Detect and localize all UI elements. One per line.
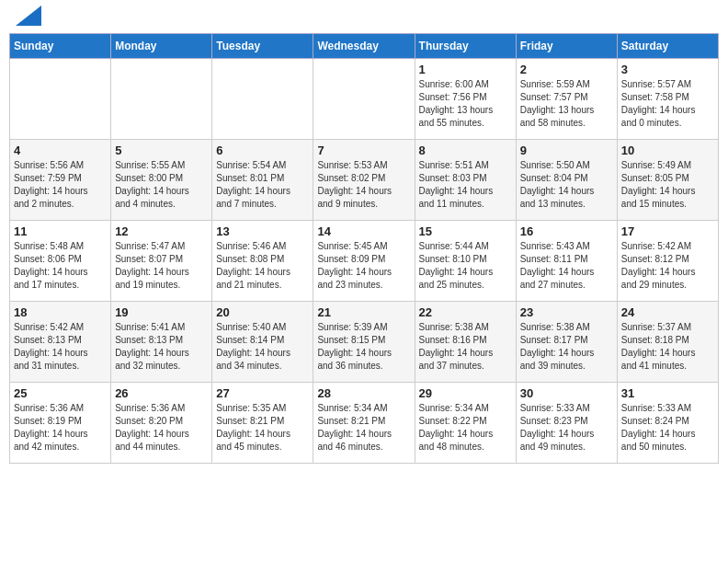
calendar-cell: 31Sunrise: 5:33 AM Sunset: 8:24 PM Dayli… — [617, 383, 718, 464]
calendar-cell — [212, 59, 313, 140]
calendar-cell: 12Sunrise: 5:47 AM Sunset: 8:07 PM Dayli… — [111, 221, 212, 302]
day-number: 16 — [520, 224, 613, 238]
day-info: Sunrise: 5:41 AM Sunset: 8:13 PM Dayligh… — [115, 321, 208, 373]
day-number: 20 — [216, 305, 309, 319]
calendar-cell: 9Sunrise: 5:50 AM Sunset: 8:04 PM Daylig… — [516, 140, 617, 221]
day-info: Sunrise: 5:53 AM Sunset: 8:02 PM Dayligh… — [317, 159, 410, 211]
day-info: Sunrise: 5:59 AM Sunset: 7:57 PM Dayligh… — [520, 78, 613, 130]
day-info: Sunrise: 5:55 AM Sunset: 8:00 PM Dayligh… — [115, 159, 208, 211]
day-info: Sunrise: 5:43 AM Sunset: 8:11 PM Dayligh… — [520, 240, 613, 292]
calendar-cell — [10, 59, 111, 140]
calendar-cell: 26Sunrise: 5:36 AM Sunset: 8:20 PM Dayli… — [111, 383, 212, 464]
calendar-cell: 17Sunrise: 5:42 AM Sunset: 8:12 PM Dayli… — [617, 221, 718, 302]
calendar-cell — [111, 59, 212, 140]
calendar-cell: 24Sunrise: 5:37 AM Sunset: 8:18 PM Dayli… — [617, 302, 718, 383]
day-info: Sunrise: 5:51 AM Sunset: 8:03 PM Dayligh… — [419, 159, 512, 211]
calendar-cell: 13Sunrise: 5:46 AM Sunset: 8:08 PM Dayli… — [212, 221, 313, 302]
day-number: 7 — [317, 144, 410, 157]
calendar-cell: 5Sunrise: 5:55 AM Sunset: 8:00 PM Daylig… — [111, 140, 212, 221]
calendar-cell: 3Sunrise: 5:57 AM Sunset: 7:58 PM Daylig… — [617, 59, 718, 140]
day-number: 11 — [14, 224, 107, 238]
svg-marker-0 — [16, 6, 41, 26]
calendar-cell: 30Sunrise: 5:33 AM Sunset: 8:23 PM Dayli… — [516, 383, 617, 464]
day-number: 4 — [14, 144, 107, 157]
day-number: 3 — [621, 63, 714, 76]
day-info: Sunrise: 5:46 AM Sunset: 8:08 PM Dayligh… — [216, 240, 309, 292]
page-header — [9, 9, 719, 26]
day-info: Sunrise: 5:56 AM Sunset: 7:59 PM Dayligh… — [14, 159, 107, 211]
day-number: 17 — [621, 224, 714, 238]
day-info: Sunrise: 5:34 AM Sunset: 8:22 PM Dayligh… — [419, 402, 512, 454]
day-number: 12 — [115, 224, 208, 238]
day-number: 23 — [520, 305, 613, 319]
weekday-header-row: SundayMondayTuesdayWednesdayThursdayFrid… — [10, 34, 719, 59]
day-number: 10 — [621, 144, 714, 157]
day-number: 28 — [317, 386, 410, 400]
weekday-header-saturday: Saturday — [617, 34, 718, 59]
calendar-cell — [313, 59, 415, 140]
day-info: Sunrise: 5:44 AM Sunset: 8:10 PM Dayligh… — [419, 240, 512, 292]
calendar-cell: 10Sunrise: 5:49 AM Sunset: 8:05 PM Dayli… — [617, 140, 718, 221]
day-number: 19 — [115, 305, 208, 319]
weekday-header-thursday: Thursday — [415, 34, 516, 59]
day-number: 14 — [317, 224, 410, 238]
day-info: Sunrise: 5:33 AM Sunset: 8:24 PM Dayligh… — [621, 402, 714, 454]
calendar-cell: 21Sunrise: 5:39 AM Sunset: 8:15 PM Dayli… — [313, 302, 415, 383]
day-number: 27 — [216, 386, 309, 400]
calendar-week-5: 25Sunrise: 5:36 AM Sunset: 8:19 PM Dayli… — [10, 383, 719, 464]
day-info: Sunrise: 5:47 AM Sunset: 8:07 PM Dayligh… — [115, 240, 208, 292]
day-number: 25 — [14, 386, 107, 400]
calendar-cell: 25Sunrise: 5:36 AM Sunset: 8:19 PM Dayli… — [10, 383, 111, 464]
day-info: Sunrise: 5:50 AM Sunset: 8:04 PM Dayligh… — [520, 159, 613, 211]
calendar-week-3: 11Sunrise: 5:48 AM Sunset: 8:06 PM Dayli… — [10, 221, 719, 302]
calendar-cell: 23Sunrise: 5:38 AM Sunset: 8:17 PM Dayli… — [516, 302, 617, 383]
logo-icon — [16, 6, 41, 26]
calendar-week-2: 4Sunrise: 5:56 AM Sunset: 7:59 PM Daylig… — [10, 140, 719, 221]
day-info: Sunrise: 5:54 AM Sunset: 8:01 PM Dayligh… — [216, 159, 309, 211]
calendar-cell: 18Sunrise: 5:42 AM Sunset: 8:13 PM Dayli… — [10, 302, 111, 383]
calendar-cell: 6Sunrise: 5:54 AM Sunset: 8:01 PM Daylig… — [212, 140, 313, 221]
day-number: 15 — [419, 224, 512, 238]
day-number: 1 — [419, 63, 512, 76]
day-number: 6 — [216, 144, 309, 157]
day-number: 31 — [621, 386, 714, 400]
weekday-header-wednesday: Wednesday — [313, 34, 415, 59]
day-info: Sunrise: 5:45 AM Sunset: 8:09 PM Dayligh… — [317, 240, 410, 292]
calendar-week-1: 1Sunrise: 6:00 AM Sunset: 7:56 PM Daylig… — [10, 59, 719, 140]
calendar-cell: 19Sunrise: 5:41 AM Sunset: 8:13 PM Dayli… — [111, 302, 212, 383]
day-info: Sunrise: 5:49 AM Sunset: 8:05 PM Dayligh… — [621, 159, 714, 211]
day-number: 18 — [14, 305, 107, 319]
day-number: 26 — [115, 386, 208, 400]
day-info: Sunrise: 5:40 AM Sunset: 8:14 PM Dayligh… — [216, 321, 309, 373]
day-number: 29 — [419, 386, 512, 400]
day-info: Sunrise: 5:42 AM Sunset: 8:13 PM Dayligh… — [14, 321, 107, 373]
day-info: Sunrise: 5:39 AM Sunset: 8:15 PM Dayligh… — [317, 321, 410, 373]
calendar-cell: 22Sunrise: 5:38 AM Sunset: 8:16 PM Dayli… — [415, 302, 516, 383]
day-info: Sunrise: 5:34 AM Sunset: 8:21 PM Dayligh… — [317, 402, 410, 454]
day-number: 24 — [621, 305, 714, 319]
day-info: Sunrise: 5:57 AM Sunset: 7:58 PM Dayligh… — [621, 78, 714, 130]
calendar-cell: 29Sunrise: 5:34 AM Sunset: 8:22 PM Dayli… — [415, 383, 516, 464]
weekday-header-sunday: Sunday — [10, 34, 111, 59]
day-info: Sunrise: 6:00 AM Sunset: 7:56 PM Dayligh… — [419, 78, 512, 130]
day-info: Sunrise: 5:35 AM Sunset: 8:21 PM Dayligh… — [216, 402, 309, 454]
calendar-cell: 20Sunrise: 5:40 AM Sunset: 8:14 PM Dayli… — [212, 302, 313, 383]
day-info: Sunrise: 5:48 AM Sunset: 8:06 PM Dayligh… — [14, 240, 107, 292]
weekday-header-monday: Monday — [111, 34, 212, 59]
day-number: 22 — [419, 305, 512, 319]
calendar-cell: 8Sunrise: 5:51 AM Sunset: 8:03 PM Daylig… — [415, 140, 516, 221]
calendar-cell: 16Sunrise: 5:43 AM Sunset: 8:11 PM Dayli… — [516, 221, 617, 302]
day-info: Sunrise: 5:37 AM Sunset: 8:18 PM Dayligh… — [621, 321, 714, 373]
day-number: 21 — [317, 305, 410, 319]
calendar-cell: 28Sunrise: 5:34 AM Sunset: 8:21 PM Dayli… — [313, 383, 415, 464]
weekday-header-tuesday: Tuesday — [212, 34, 313, 59]
day-number: 13 — [216, 224, 309, 238]
day-number: 2 — [520, 63, 613, 76]
calendar-cell: 4Sunrise: 5:56 AM Sunset: 7:59 PM Daylig… — [10, 140, 111, 221]
calendar-week-4: 18Sunrise: 5:42 AM Sunset: 8:13 PM Dayli… — [10, 302, 719, 383]
logo — [13, 9, 41, 26]
calendar-cell: 7Sunrise: 5:53 AM Sunset: 8:02 PM Daylig… — [313, 140, 415, 221]
day-info: Sunrise: 5:38 AM Sunset: 8:17 PM Dayligh… — [520, 321, 613, 373]
calendar-cell: 27Sunrise: 5:35 AM Sunset: 8:21 PM Dayli… — [212, 383, 313, 464]
day-info: Sunrise: 5:33 AM Sunset: 8:23 PM Dayligh… — [520, 402, 613, 454]
